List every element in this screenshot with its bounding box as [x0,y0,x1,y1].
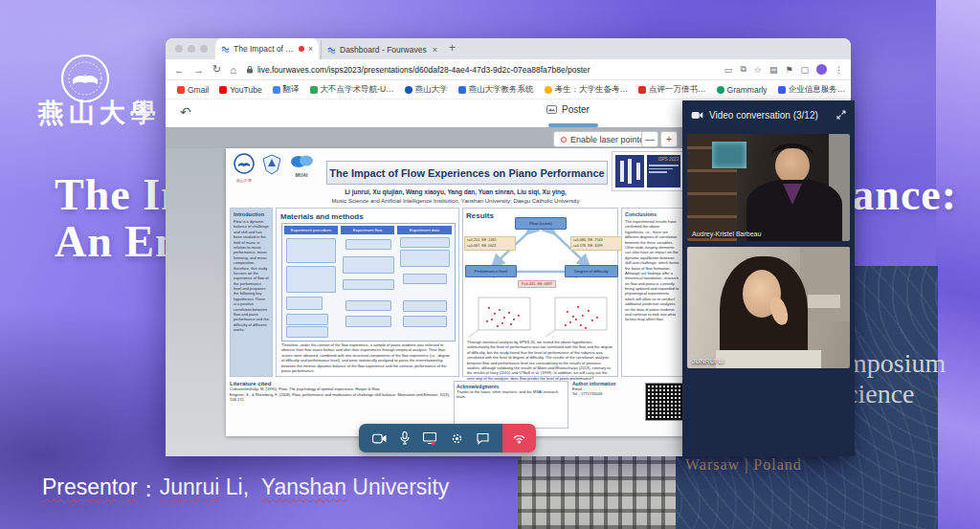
banner-word-science: cience [846,379,915,409]
window-close-button[interactable] [175,45,183,53]
page-back-icon[interactable]: ↶ [180,104,191,120]
tab-poster-page[interactable]: The Impact of Flow Exper… × [215,38,319,59]
section-author-info: Author information Email： Tel：1771735026 [572,381,639,397]
video-panel-header: Video conversation (3/12) [682,100,855,129]
presenter-affiliation-1: Yanshan [261,474,346,504]
tab-close-icon[interactable]: × [433,45,437,55]
participant-video-1[interactable]: Audrey-Kristel Barbeau [687,134,850,241]
stat-right-2: r=0.178, SE .3099 [573,244,619,250]
settings-gear-button[interactable] [451,432,463,445]
bookmark-exam[interactable]: 考生：大学生备考… [545,84,629,96]
browser-toolbar: ← → ↻ ⌂ live.fourwaves.com/isps2023/pres… [166,59,851,80]
scatter-plot-1 [465,292,538,338]
introduction-heading: Introduction [234,211,269,217]
enable-laser-pointer-button[interactable]: Enable laser pointer [553,131,655,147]
conclusions-text: The experimental results have confirmed … [625,219,679,322]
bookmark-ysu[interactable]: 燕山大学 [405,84,448,96]
extension-icon-3[interactable]: ▢ [800,65,809,75]
flow-box [345,239,391,250]
call-controls-group [359,424,502,452]
forward-icon[interactable]: → [193,64,204,76]
reload-icon[interactable]: ↻ [212,63,221,76]
screen: mposium cience Warsaw | Poland 燕山大學 The … [0,0,980,529]
browser-tab-strip: The Impact of Flow Exper… × Dashboard - … [166,38,851,59]
tab-poster[interactable]: Poster [546,104,590,115]
bookmark-translate[interactable]: 翻译 [273,84,300,96]
window-minimize-button[interactable] [188,45,195,53]
participant-video-2[interactable]: JUNRUI LI [687,247,850,368]
poster-affiliation: Music Science and Artificial Intelligenc… [264,198,647,204]
presenter-last-name: Li, [219,474,260,504]
extension-icon-1[interactable]: ▤ [769,65,778,75]
muai-label: MUAI [289,172,314,178]
bookmark-gmail[interactable]: Gmail [177,85,209,95]
screen-share-button[interactable] [423,432,436,445]
recording-indicator [299,46,304,52]
flow-col-flow: Experiment flow [341,226,394,234]
bookmark-nav-site[interactable]: 大不点学术导航-U… [310,84,394,96]
banner-location: Warsaw | Poland [685,456,802,474]
poster-authors: Li junrui, Xu qiujian, Wang xiaoyu, Yang… [283,188,628,195]
stat-left-2: r=0.067, SE .0021 [467,244,513,250]
headphones [771,143,813,167]
bookmark-grammarly[interactable]: Grammarly [717,85,768,95]
kebab-menu-icon[interactable]: ⋮ [835,65,843,75]
exam-icon [545,86,552,94]
call-controls-bar [359,424,536,452]
tab-poster-label: Poster [562,104,590,115]
translate-icon[interactable]: ⧉ [740,64,746,75]
purple-facet-strip [936,0,980,529]
poster-logo-ysu: 燕山大學 [234,153,255,183]
chat-button[interactable] [477,432,489,445]
zoom-in-button[interactable]: + [660,131,678,147]
flow-box [403,300,447,312]
jwxt-icon [458,86,466,94]
banner-word-symposium: mposium [846,348,946,379]
window-zoom-button[interactable] [200,45,208,53]
tab-dashboard[interactable]: Dashboard - Fourwaves × [321,40,443,59]
gmail-icon [177,86,185,94]
bookmark-star-icon[interactable]: ☆ [754,65,762,75]
microphone-toggle-button[interactable] [400,431,410,445]
new-tab-button[interactable]: + [449,41,456,55]
reading-list-icon[interactable]: ▭ [724,65,733,75]
presenter-label: Presentor [42,474,138,504]
camera-toggle-button[interactable] [372,433,387,444]
flow-box [286,326,328,338]
zoom-out-button[interactable]: — [641,131,658,147]
conclusions-heading: Conclusions [625,211,679,217]
tab-title: The Impact of Flow Exper… [234,44,295,54]
lock-icon [246,65,254,74]
expand-icon[interactable] [836,110,846,120]
node-performance: Performance level [465,265,517,277]
youtube-icon [219,86,227,94]
back-icon[interactable]: ← [174,64,185,76]
bookmark-ysu-jwxt[interactable]: 燕山大学教务系统 [458,84,534,96]
leave-call-button[interactable] [502,424,536,452]
bookmark-youtube[interactable]: YouTube [219,85,261,95]
methods-flowchart: Experiment procedure Experiment flow Exp… [281,223,456,342]
reference-2: Engeser, S., & Rheinberg, F. (2008). Flo… [230,392,450,403]
bookmark-info-service[interactable]: 企业信息服务… [778,84,846,96]
flow-col-procedure: Experiment procedure [284,226,338,234]
flow-box [286,314,328,325]
section-conclusions: Conclusions The experimental results hav… [621,208,683,377]
presenter-colon: ： [138,474,160,504]
fourwaves-favicon [327,46,336,55]
video-conversation-panel: Video conversation (3/12) Audrey-Kristel… [682,100,855,456]
laser-dot-icon [561,137,567,143]
poster-logo-shield [262,154,281,179]
extension-icon-2[interactable]: ⚑ [785,65,792,75]
poster-sheet: 燕山大學 MUAI The Impact of Flow Experiences… [226,148,687,436]
profile-avatar[interactable] [816,64,827,75]
node-difficulty: Degree of difficulty [565,265,618,277]
address-bar[interactable]: live.fourwaves.com/isps2023/presentation… [246,65,717,75]
flow-box [403,274,447,284]
wall-art [712,142,746,168]
bookmark-review[interactable]: 点评一万倍书… [638,84,706,96]
tab-close-icon[interactable]: × [308,44,313,54]
video-panel-title: Video conversation (3/12) [709,110,831,121]
methods-heading: Materials and methods [280,212,455,221]
participant-shirt [716,350,821,368]
home-icon[interactable]: ⌂ [230,64,236,76]
